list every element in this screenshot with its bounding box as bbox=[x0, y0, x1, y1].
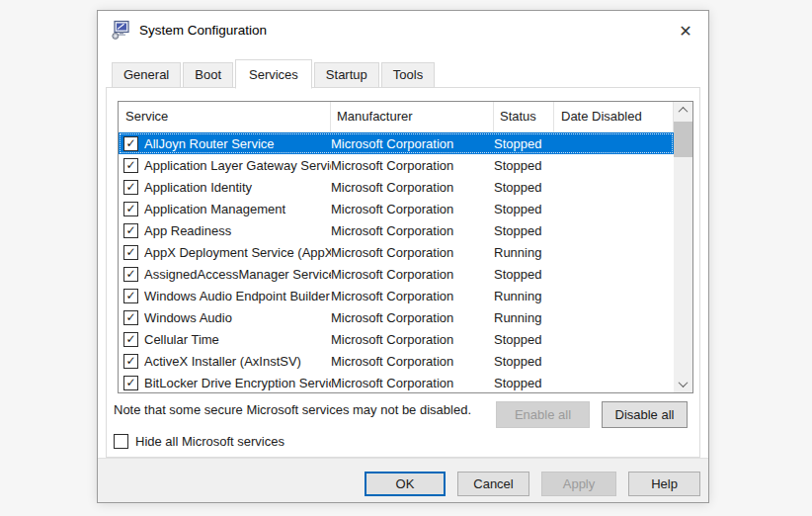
tab-boot[interactable]: Boot bbox=[183, 62, 233, 88]
table-row[interactable]: ✓ Windows Audio Microsoft Corporation Ru… bbox=[119, 306, 674, 328]
service-manufacturer: Microsoft Corporation bbox=[331, 332, 494, 347]
tab-services[interactable]: Services bbox=[235, 59, 312, 89]
scroll-up-button[interactable] bbox=[674, 102, 692, 119]
service-manufacturer: Microsoft Corporation bbox=[331, 202, 494, 216]
chevron-down-icon bbox=[679, 378, 689, 387]
service-name: Application Management bbox=[144, 202, 331, 216]
service-checkbox[interactable]: ✓ bbox=[123, 180, 138, 195]
service-checkbox[interactable]: ✓ bbox=[123, 245, 138, 260]
table-row[interactable]: ✓ Application Management Microsoft Corpo… bbox=[119, 198, 674, 219]
service-status: Stopped bbox=[494, 376, 554, 390]
check-icon: ✓ bbox=[125, 159, 135, 171]
service-status: Stopped bbox=[494, 223, 554, 238]
checkbox-box[interactable]: ✓ bbox=[114, 434, 128, 449]
services-tab-page: Service Manufacturer Status Date Disable… bbox=[106, 87, 700, 458]
system-configuration-icon bbox=[111, 20, 131, 41]
service-manufacturer: Microsoft Corporation bbox=[331, 267, 494, 282]
service-checkbox[interactable]: ✓ bbox=[123, 376, 138, 390]
service-name: ActiveX Installer (AxInstSV) bbox=[144, 354, 331, 369]
check-icon: ✓ bbox=[125, 203, 135, 215]
scroll-down-button[interactable] bbox=[674, 376, 692, 392]
table-row[interactable]: ✓ Windows Audio Endpoint Builder Microso… bbox=[119, 285, 674, 306]
table-row[interactable]: ✓ App Readiness Microsoft Corporation St… bbox=[119, 219, 674, 241]
system-configuration-dialog: System Configuration ✕ General Boot Serv… bbox=[97, 10, 709, 503]
services-note: Note that some secure Microsoft services… bbox=[114, 402, 471, 417]
apply-button[interactable]: Apply bbox=[541, 472, 616, 496]
service-manufacturer: Microsoft Corporation bbox=[331, 354, 494, 369]
service-status: Stopped bbox=[494, 267, 554, 282]
scroll-thumb[interactable] bbox=[674, 122, 692, 157]
service-name: AssignedAccessManager Service bbox=[144, 267, 331, 282]
hide-microsoft-services-checkbox[interactable]: ✓ Hide all Microsoft services bbox=[114, 434, 284, 449]
tab-startup[interactable]: Startup bbox=[314, 62, 379, 88]
table-row[interactable]: ✓ Application Layer Gateway Service Micr… bbox=[119, 154, 674, 176]
service-status: Running bbox=[494, 245, 554, 260]
check-icon: ✓ bbox=[125, 290, 135, 301]
scrollbar[interactable] bbox=[674, 102, 692, 392]
service-status: Running bbox=[494, 310, 554, 325]
footer-buttons: OK Cancel Apply Help bbox=[365, 472, 700, 496]
service-name: Application Identity bbox=[144, 180, 331, 195]
table-row[interactable]: ✓ AppX Deployment Service (AppX... Micro… bbox=[119, 241, 674, 263]
table-header: Service Manufacturer Status Date Disable… bbox=[119, 102, 674, 132]
column-header-manufacturer[interactable]: Manufacturer bbox=[331, 102, 494, 132]
service-name: BitLocker Drive Encryption Service bbox=[144, 376, 331, 390]
check-icon: ✓ bbox=[125, 181, 135, 193]
service-manufacturer: Microsoft Corporation bbox=[331, 180, 494, 195]
enable-all-button[interactable]: Enable all bbox=[496, 401, 590, 428]
check-icon: ✓ bbox=[125, 268, 135, 280]
service-list: ✓ AllJoyn Router Service Microsoft Corpo… bbox=[119, 132, 674, 392]
title-bar: System Configuration ✕ bbox=[98, 11, 708, 50]
service-checkbox[interactable]: ✓ bbox=[123, 202, 138, 216]
service-status: Stopped bbox=[494, 202, 554, 216]
check-icon: ✓ bbox=[125, 333, 135, 345]
service-manufacturer: Microsoft Corporation bbox=[331, 245, 494, 260]
close-button[interactable]: ✕ bbox=[671, 17, 700, 44]
check-icon: ✓ bbox=[125, 355, 135, 367]
table-row[interactable]: ✓ ActiveX Installer (AxInstSV) Microsoft… bbox=[119, 350, 674, 372]
service-name: Cellular Time bbox=[144, 332, 331, 347]
service-checkbox[interactable]: ✓ bbox=[123, 136, 138, 151]
service-status: Stopped bbox=[494, 136, 554, 151]
service-checkbox[interactable]: ✓ bbox=[123, 267, 138, 282]
service-manufacturer: Microsoft Corporation bbox=[331, 223, 494, 238]
column-header-service[interactable]: Service bbox=[119, 102, 331, 132]
check-icon: ✓ bbox=[125, 224, 135, 236]
help-button[interactable]: Help bbox=[628, 472, 700, 496]
check-icon: ✓ bbox=[125, 137, 135, 149]
tab-strip: General Boot Services Startup Tools bbox=[112, 57, 437, 88]
service-checkbox[interactable]: ✓ bbox=[123, 332, 138, 347]
table-row[interactable]: ✓ BitLocker Drive Encryption Service Mic… bbox=[119, 372, 674, 392]
service-checkbox[interactable]: ✓ bbox=[123, 310, 138, 325]
service-manufacturer: Microsoft Corporation bbox=[331, 376, 494, 390]
table-row[interactable]: ✓ AssignedAccessManager Service Microsof… bbox=[119, 263, 674, 285]
table-row[interactable]: ✓ Cellular Time Microsoft Corporation St… bbox=[119, 328, 674, 350]
cancel-button[interactable]: Cancel bbox=[457, 472, 529, 496]
service-name: Windows Audio Endpoint Builder bbox=[144, 289, 331, 303]
check-icon: ✓ bbox=[125, 246, 135, 258]
table-row[interactable]: ✓ Application Identity Microsoft Corpora… bbox=[119, 176, 674, 198]
dialog-footer: OK Cancel Apply Help bbox=[98, 458, 708, 502]
column-header-status[interactable]: Status bbox=[494, 102, 554, 132]
service-status: Stopped bbox=[494, 180, 554, 195]
check-icon: ✓ bbox=[125, 311, 135, 323]
tab-general[interactable]: General bbox=[112, 62, 181, 88]
service-status: Stopped bbox=[494, 354, 554, 369]
service-manufacturer: Microsoft Corporation bbox=[331, 136, 494, 151]
chevron-up-icon bbox=[679, 107, 689, 117]
service-checkbox[interactable]: ✓ bbox=[123, 354, 138, 369]
checkbox-label: Hide all Microsoft services bbox=[135, 434, 284, 449]
service-name: App Readiness bbox=[144, 223, 331, 238]
services-table: Service Manufacturer Status Date Disable… bbox=[118, 101, 693, 393]
service-manufacturer: Microsoft Corporation bbox=[331, 289, 494, 303]
service-name: AppX Deployment Service (AppX... bbox=[144, 245, 331, 260]
disable-all-button[interactable]: Disable all bbox=[602, 401, 688, 428]
service-checkbox[interactable]: ✓ bbox=[123, 223, 138, 238]
table-row[interactable]: ✓ AllJoyn Router Service Microsoft Corpo… bbox=[119, 132, 674, 154]
service-checkbox[interactable]: ✓ bbox=[123, 158, 138, 173]
ok-button[interactable]: OK bbox=[365, 472, 446, 496]
tab-tools[interactable]: Tools bbox=[381, 62, 435, 88]
service-checkbox[interactable]: ✓ bbox=[123, 289, 138, 303]
column-header-date-disabled[interactable]: Date Disabled bbox=[554, 102, 674, 132]
service-manufacturer: Microsoft Corporation bbox=[331, 310, 494, 325]
